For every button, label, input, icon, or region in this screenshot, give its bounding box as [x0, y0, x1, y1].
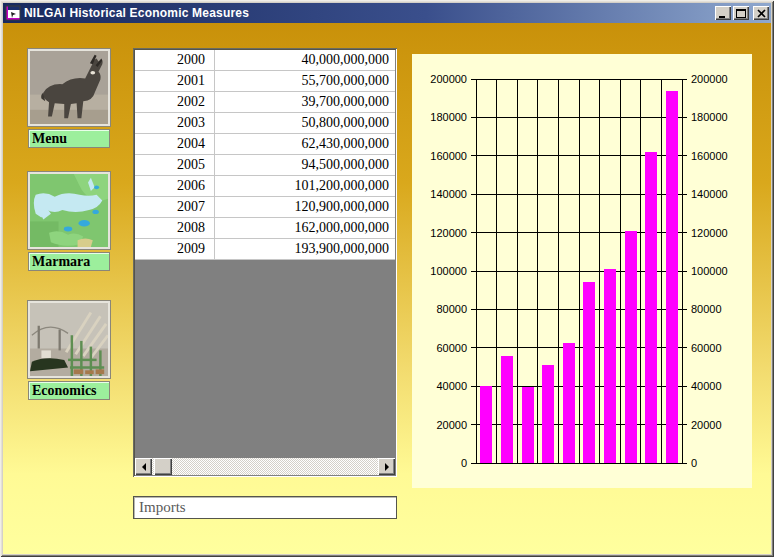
bar	[625, 231, 637, 463]
marmara-region-map[interactable]	[28, 172, 110, 249]
y-axis-label-left: 80000	[436, 303, 467, 315]
value-cell: 40,000,000,000	[215, 50, 395, 70]
year-cell: 2008	[135, 218, 215, 238]
form-window-icon	[5, 5, 21, 21]
y-axis-label-right: 160000	[691, 150, 728, 162]
port-cranes-photo[interactable]	[28, 301, 110, 378]
table-row[interactable]: 200040,000,000,000	[135, 50, 395, 71]
year-cell: 2003	[135, 113, 215, 133]
table-row[interactable]: 200350,800,000,000	[135, 113, 395, 134]
scrollbar-thumb[interactable]	[154, 458, 172, 475]
imports-field[interactable]	[133, 496, 397, 519]
imports-bar-chart: 0020000200004000040000600006000080000800…	[412, 54, 752, 488]
sidebar-item-menu[interactable]: Menu	[28, 49, 110, 148]
y-axis-label-right: 120000	[691, 227, 728, 239]
value-cell: 62,430,000,000	[215, 134, 395, 154]
app-window: NILGAI Historical Economic Measures	[0, 0, 774, 557]
table-row[interactable]: 200239,700,000,000	[135, 92, 395, 113]
table-row[interactable]: 2007120,900,000,000	[135, 197, 395, 218]
year-cell: 2006	[135, 176, 215, 196]
bar	[583, 282, 595, 463]
nilgai-antelope-photo[interactable]	[28, 49, 110, 126]
bar	[604, 269, 616, 463]
bar	[522, 387, 534, 463]
grid-empty-area	[135, 260, 395, 458]
y-axis-label-left: 60000	[436, 342, 467, 354]
scroll-left-button[interactable]	[135, 458, 152, 475]
year-cell: 2000	[135, 50, 215, 70]
value-cell: 39,700,000,000	[215, 92, 395, 112]
y-axis-label-left: 0	[461, 457, 467, 469]
horizontal-scrollbar[interactable]	[135, 458, 395, 475]
sidebar-item-economics-label[interactable]: Economics	[28, 381, 110, 400]
table-row[interactable]: 200594,500,000,000	[135, 155, 395, 176]
bar	[501, 356, 513, 463]
table-row[interactable]: 200155,700,000,000	[135, 71, 395, 92]
bar	[542, 365, 554, 463]
value-cell: 101,200,000,000	[215, 176, 395, 196]
bar	[480, 386, 492, 463]
value-cell: 120,900,000,000	[215, 197, 395, 217]
bar	[666, 91, 678, 463]
bar	[645, 152, 657, 463]
year-cell: 2005	[135, 155, 215, 175]
bar	[563, 343, 575, 463]
sidebar-item-marmara[interactable]: Marmara	[28, 172, 110, 271]
y-axis-label-left: 180000	[430, 111, 467, 123]
table-rows: 200040,000,000,000200155,700,000,0002002…	[135, 50, 395, 260]
year-cell: 2007	[135, 197, 215, 217]
table-row[interactable]: 200462,430,000,000	[135, 134, 395, 155]
y-axis-label-left: 160000	[430, 150, 467, 162]
client-area: Menu Marmara	[3, 23, 771, 554]
scrollbar-track[interactable]	[152, 458, 378, 475]
year-cell: 2004	[135, 134, 215, 154]
y-axis-label-right: 80000	[691, 303, 722, 315]
table-row[interactable]: 2008162,000,000,000	[135, 218, 395, 239]
y-axis-label-left: 100000	[430, 265, 467, 277]
y-axis-label-left: 200000	[430, 73, 467, 85]
minimize-button[interactable]	[715, 6, 731, 20]
y-axis-label-right: 180000	[691, 111, 728, 123]
value-cell: 162,000,000,000	[215, 218, 395, 238]
close-button[interactable]	[753, 6, 769, 20]
y-axis-label-left: 140000	[430, 188, 467, 200]
scroll-right-button[interactable]	[378, 458, 395, 475]
data-grid: 200040,000,000,000200155,700,000,0002002…	[133, 48, 397, 477]
year-cell: 2002	[135, 92, 215, 112]
sidebar-item-menu-label[interactable]: Menu	[28, 129, 110, 148]
value-cell: 55,700,000,000	[215, 71, 395, 91]
table-row[interactable]: 2006101,200,000,000	[135, 176, 395, 197]
year-cell: 2001	[135, 71, 215, 91]
title-bar[interactable]: NILGAI Historical Economic Measures	[3, 3, 771, 23]
year-cell: 2009	[135, 239, 215, 259]
y-axis-label-left: 40000	[436, 380, 467, 392]
y-axis-label-right: 20000	[691, 419, 722, 431]
sidebar-item-economics[interactable]: Economics	[28, 301, 110, 400]
y-axis-label-right: 200000	[691, 73, 728, 85]
value-cell: 193,900,000,000	[215, 239, 395, 259]
scroll-left-arrow-icon	[142, 463, 146, 471]
y-axis-label-right: 40000	[691, 380, 722, 392]
sidebar-item-marmara-label[interactable]: Marmara	[28, 252, 110, 271]
maximize-button[interactable]	[733, 6, 749, 20]
y-axis-label-left: 20000	[436, 419, 467, 431]
y-axis-label-right: 100000	[691, 265, 728, 277]
value-cell: 50,800,000,000	[215, 113, 395, 133]
value-cell: 94,500,000,000	[215, 155, 395, 175]
window-title: NILGAI Historical Economic Measures	[24, 6, 712, 20]
y-axis-label-right: 0	[691, 457, 697, 469]
y-axis-label-right: 140000	[691, 188, 728, 200]
table-row[interactable]: 2009193,900,000,000	[135, 239, 395, 260]
y-axis-label-right: 60000	[691, 342, 722, 354]
scroll-right-arrow-icon	[385, 463, 389, 471]
y-axis-label-left: 120000	[430, 227, 467, 239]
